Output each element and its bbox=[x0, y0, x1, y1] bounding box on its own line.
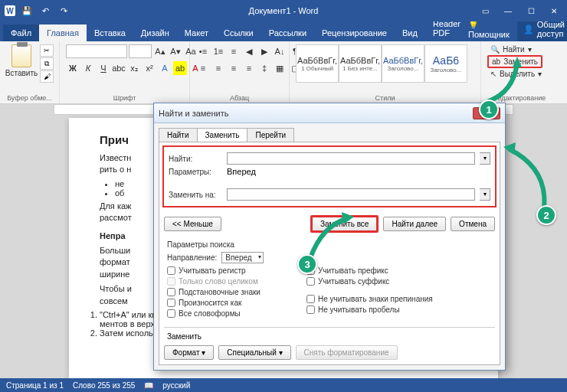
line-spacing-icon[interactable]: ‡ bbox=[257, 61, 271, 75]
underline-button[interactable]: Ч bbox=[97, 61, 110, 75]
dialog-titlebar[interactable]: Найти и заменить ✕ bbox=[154, 103, 505, 123]
style-nospacing[interactable]: АаБбВвГг,1 Без инте... bbox=[339, 44, 382, 83]
tab-insert[interactable]: Вставка bbox=[87, 24, 133, 41]
window-title: Документ1 - Word bbox=[249, 6, 319, 15]
direction-label: Направление: bbox=[167, 253, 217, 262]
chk-whole-word: Только слово целиком bbox=[167, 277, 261, 286]
close-icon[interactable]: ✕ bbox=[546, 3, 562, 18]
style-heading2[interactable]: АаБ6Заголово... bbox=[424, 44, 467, 83]
dialog-title: Найти и заменить bbox=[159, 109, 228, 118]
search-icon: 🔍 bbox=[490, 45, 500, 54]
sort-icon[interactable]: A↓ bbox=[273, 44, 287, 58]
tab-view[interactable]: Вид bbox=[395, 24, 425, 41]
copy-icon[interactable]: ⧉ bbox=[40, 57, 54, 70]
redo-icon[interactable]: ↷ bbox=[57, 4, 70, 18]
status-page[interactable]: Страница 1 из 1 bbox=[6, 381, 64, 390]
italic-button[interactable]: К bbox=[81, 61, 95, 75]
chk-word-forms[interactable]: Все словоформы bbox=[167, 309, 261, 318]
format-button[interactable]: Формат ▾ bbox=[164, 345, 214, 360]
tab-review[interactable]: Рецензирование bbox=[314, 24, 395, 41]
superscript-button[interactable]: x² bbox=[143, 61, 156, 75]
cursor-icon: ↖ bbox=[490, 70, 497, 78]
tab-mailings[interactable]: Рассылки bbox=[261, 24, 314, 41]
dialog-tab-goto[interactable]: Перейти bbox=[247, 128, 294, 142]
bullets-icon[interactable]: •≡ bbox=[196, 44, 210, 58]
chk-suffix[interactable]: Учитывать суффикс bbox=[306, 277, 433, 286]
select-button[interactable]: ↖Выделить ▾ bbox=[487, 69, 545, 79]
replace-all-button[interactable]: Заменить все bbox=[310, 215, 379, 233]
highlight-icon[interactable]: ab bbox=[173, 61, 187, 75]
strike-button[interactable]: abc bbox=[112, 61, 126, 75]
undo-icon[interactable]: ↶ bbox=[38, 4, 52, 18]
shrink-font-icon[interactable]: A▾ bbox=[169, 44, 182, 58]
chk-match-case[interactable]: Учитывать регистр bbox=[167, 266, 261, 275]
status-language[interactable]: русский bbox=[162, 381, 190, 390]
font-group-label: Шрифт bbox=[66, 93, 183, 102]
styles-group-label: Стили bbox=[296, 93, 474, 102]
cut-icon[interactable]: ✂ bbox=[40, 44, 54, 57]
less-button[interactable]: << Меньше bbox=[164, 217, 221, 231]
status-proofing-icon[interactable]: 📖 bbox=[144, 381, 153, 390]
replace-dropdown-icon[interactable]: ▾ bbox=[480, 188, 490, 201]
chk-ignore-punct[interactable]: Не учитывать знаки препинания bbox=[306, 295, 433, 303]
align-left-icon[interactable]: ≡ bbox=[196, 61, 210, 75]
special-button[interactable]: Специальный ▾ bbox=[218, 345, 290, 360]
tab-file[interactable]: Файл bbox=[3, 24, 39, 41]
find-fields-highlight: Найти: ▾ Параметры: Вперед Заменить на: … bbox=[162, 145, 497, 207]
font-name-combo[interactable] bbox=[66, 44, 127, 58]
style-heading1[interactable]: АаБбВвГг,Заголово... bbox=[382, 44, 424, 83]
chk-prefix[interactable]: Учитывать префикс bbox=[306, 266, 433, 275]
ribbon-options-icon[interactable]: ▭ bbox=[477, 3, 493, 18]
multilevel-icon[interactable]: ≡ bbox=[227, 44, 241, 58]
shading-icon[interactable]: ▦ bbox=[273, 61, 287, 75]
tab-home[interactable]: Главная bbox=[39, 24, 87, 41]
tab-references[interactable]: Ссылки bbox=[216, 24, 261, 41]
chk-wildcards[interactable]: Подстановочные знаки bbox=[167, 288, 261, 296]
numbering-icon[interactable]: 1≡ bbox=[211, 44, 225, 58]
params-label: Параметры: bbox=[169, 168, 222, 176]
style-normal[interactable]: АаБбВвГг,1 Обычный bbox=[296, 44, 339, 83]
search-params-label: Параметры поиска bbox=[167, 240, 492, 249]
find-next-button[interactable]: Найти далее bbox=[383, 217, 446, 231]
replace-section-label: Заменить bbox=[167, 332, 202, 341]
grow-font-icon[interactable]: A▴ bbox=[153, 44, 167, 58]
clipboard-icon bbox=[11, 44, 31, 67]
font-size-combo[interactable] bbox=[129, 44, 152, 58]
status-words[interactable]: Слово 255 из 255 bbox=[73, 381, 135, 390]
find-input[interactable] bbox=[227, 152, 475, 165]
dec-indent-icon[interactable]: ◀ bbox=[242, 44, 256, 58]
minimize-icon[interactable]: ― bbox=[500, 3, 516, 18]
cancel-button[interactable]: Отмена bbox=[451, 217, 495, 231]
maximize-icon[interactable]: ☐ bbox=[523, 3, 539, 18]
statusbar: Страница 1 из 1 Слово 255 из 255 📖 русск… bbox=[0, 378, 567, 392]
no-formatting-button: Снять форматирование bbox=[296, 345, 398, 360]
format-painter-icon[interactable]: 🖌 bbox=[40, 70, 54, 83]
text-effects-icon[interactable]: A bbox=[158, 61, 172, 75]
paste-button[interactable]: Вставить bbox=[6, 44, 37, 77]
tab-layout[interactable]: Макет bbox=[177, 24, 216, 41]
chk-sounds-like[interactable]: Произносится как bbox=[167, 299, 261, 307]
direction-combo[interactable]: Вперед bbox=[221, 252, 263, 263]
find-button[interactable]: 🔍Найти ▾ bbox=[487, 44, 535, 54]
save-icon[interactable]: 💾 bbox=[20, 4, 34, 18]
word-icon: W bbox=[5, 5, 15, 16]
dialog-tab-find[interactable]: Найти bbox=[159, 128, 198, 142]
replace-input[interactable] bbox=[227, 188, 475, 201]
find-replace-dialog: Найти и заменить ✕ Найти Заменить Перейт… bbox=[153, 103, 506, 371]
bold-button[interactable]: Ж bbox=[66, 61, 80, 75]
align-right-icon[interactable]: ≡ bbox=[227, 61, 241, 75]
chk-ignore-space[interactable]: Не учитывать пробелы bbox=[306, 305, 433, 314]
justify-icon[interactable]: ≡ bbox=[242, 61, 256, 75]
replace-label: Заменить на: bbox=[169, 191, 222, 199]
clipboard-group-label: Буфер обме... bbox=[6, 93, 53, 102]
paragraph-group-label: Абзац bbox=[196, 93, 283, 102]
dialog-tab-replace[interactable]: Заменить bbox=[197, 128, 248, 142]
find-dropdown-icon[interactable]: ▾ bbox=[480, 152, 490, 165]
tab-design[interactable]: Дизайн bbox=[133, 24, 177, 41]
inc-indent-icon[interactable]: ▶ bbox=[257, 44, 271, 58]
align-center-icon[interactable]: ≡ bbox=[211, 61, 225, 75]
replace-button[interactable]: abЗаменить bbox=[487, 55, 542, 68]
subscript-button[interactable]: x₂ bbox=[127, 61, 141, 75]
ribbon-tabs: Файл Главная Вставка Дизайн Макет Ссылки… bbox=[0, 21, 567, 41]
tell-me[interactable]: 💡 Помощник bbox=[468, 20, 510, 39]
